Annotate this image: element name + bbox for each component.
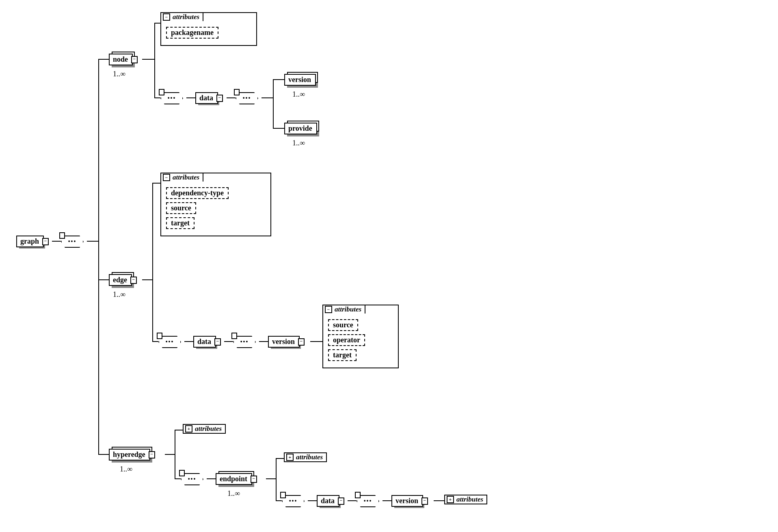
- attributes-header[interactable]: − attributes: [160, 12, 203, 21]
- expand-icon[interactable]: [130, 277, 137, 284]
- attributes-group-hyperedge[interactable]: + attributes: [183, 424, 226, 434]
- expand-icon[interactable]: [251, 476, 257, 483]
- attributes-header[interactable]: − attributes: [160, 173, 203, 182]
- connector-line: [152, 341, 158, 342]
- connector-line: [259, 341, 268, 342]
- schema-diagram: graph ••• node 1..∞ − attributes package…: [8, 8, 772, 524]
- attribute-target: target: [328, 349, 357, 361]
- attributes-group-edge-version: − attributes source operator target: [322, 305, 399, 368]
- cardinality: 1..∞: [292, 90, 305, 99]
- connector-tab: [59, 232, 65, 239]
- expand-icon[interactable]: [42, 238, 49, 245]
- expand-icon[interactable]: [214, 338, 221, 346]
- element-endpoint[interactable]: endpoint: [216, 473, 252, 485]
- connector-line: [52, 241, 61, 242]
- element-edge-data[interactable]: data: [193, 336, 216, 348]
- element-provide[interactable]: provide: [284, 123, 317, 134]
- cardinality: 1..∞: [113, 70, 125, 78]
- expand-icon[interactable]: +: [286, 454, 294, 461]
- attributes-label: attributes: [173, 173, 199, 182]
- attributes-label: attributes: [456, 495, 483, 504]
- connector-line: [186, 97, 195, 98]
- connector-line: [98, 454, 109, 455]
- connector-line: [154, 23, 160, 24]
- attribute-dependency-type: dependency-type: [166, 187, 229, 199]
- attributes-label: attributes: [173, 13, 199, 21]
- attributes-label: attributes: [335, 305, 361, 314]
- element-label: provide: [288, 124, 312, 132]
- connector-line: [87, 241, 98, 242]
- attribute-source: source: [328, 319, 358, 331]
- attributes-header[interactable]: − attributes: [322, 305, 365, 314]
- connector-line: [154, 97, 160, 98]
- connector-line: [152, 183, 160, 184]
- element-edge-version[interactable]: version: [268, 336, 300, 348]
- element-label: endpoint: [220, 475, 247, 483]
- connector-line: [98, 59, 99, 454]
- element-version[interactable]: version: [284, 74, 316, 86]
- connector-line: [276, 458, 284, 459]
- expand-icon[interactable]: [338, 497, 344, 505]
- connector-tab: [234, 89, 240, 95]
- connector-line: [308, 500, 317, 501]
- connector-line: [261, 97, 273, 98]
- expand-icon[interactable]: [216, 95, 223, 102]
- connector-tab: [355, 492, 361, 498]
- connector-line: [175, 430, 175, 478]
- connector-line: [142, 59, 154, 60]
- expand-icon[interactable]: +: [447, 496, 454, 503]
- connector-line: [98, 279, 109, 280]
- cardinality: 1..∞: [120, 465, 132, 474]
- element-label: version: [288, 76, 311, 84]
- element-hyperedge[interactable]: hyperedge: [109, 449, 150, 461]
- element-endpoint-version[interactable]: version: [391, 495, 423, 507]
- cardinality: 1..∞: [292, 139, 305, 147]
- attribute-packagename: packagename: [166, 27, 218, 39]
- expand-icon[interactable]: +: [185, 425, 192, 433]
- expand-icon[interactable]: [131, 56, 138, 63]
- connector-line: [175, 478, 181, 479]
- connector-line: [175, 430, 183, 430]
- element-label: node: [113, 55, 128, 63]
- attributes-label: attributes: [195, 425, 222, 433]
- connector-line: [154, 23, 155, 97]
- connector-line: [310, 341, 322, 342]
- expand-icon[interactable]: [149, 451, 155, 458]
- element-label: data: [197, 337, 211, 346]
- connector-line: [273, 79, 274, 128]
- connector-tab: [159, 89, 164, 95]
- attribute-source: source: [166, 202, 196, 214]
- connector-tab: [280, 492, 286, 498]
- attributes-group-endpoint[interactable]: + attributes: [284, 452, 327, 462]
- connector-tab: [231, 333, 237, 339]
- element-label: hyperedge: [113, 450, 145, 458]
- expand-icon[interactable]: [298, 338, 305, 346]
- element-node[interactable]: node: [109, 54, 133, 65]
- attributes-group-endpoint-version[interactable]: + attributes: [444, 495, 487, 504]
- connector-line: [142, 279, 152, 280]
- connector-line: [273, 79, 284, 80]
- element-node-data[interactable]: data: [195, 92, 218, 104]
- element-edge[interactable]: edge: [109, 274, 132, 286]
- collapse-icon[interactable]: −: [163, 13, 170, 21]
- element-endpoint-data[interactable]: data: [317, 495, 339, 507]
- element-label: graph: [20, 237, 39, 245]
- connector-line: [165, 454, 175, 455]
- attribute-operator: operator: [328, 334, 365, 346]
- connector-line: [383, 500, 391, 501]
- connector-tab: [157, 333, 162, 339]
- attributes-label: attributes: [296, 453, 323, 461]
- cardinality: 1..∞: [227, 489, 240, 498]
- collapse-icon[interactable]: −: [325, 306, 332, 313]
- element-label: version: [272, 337, 295, 346]
- connector-line: [434, 500, 444, 501]
- element-graph[interactable]: graph: [16, 236, 44, 247]
- connector-tab: [179, 470, 185, 476]
- cardinality: 1..∞: [113, 290, 125, 299]
- connector-line: [273, 128, 284, 129]
- element-label: version: [395, 497, 418, 505]
- collapse-icon[interactable]: −: [163, 174, 170, 181]
- connector-line: [276, 458, 277, 500]
- connector-line: [207, 478, 216, 479]
- expand-icon[interactable]: [421, 497, 428, 505]
